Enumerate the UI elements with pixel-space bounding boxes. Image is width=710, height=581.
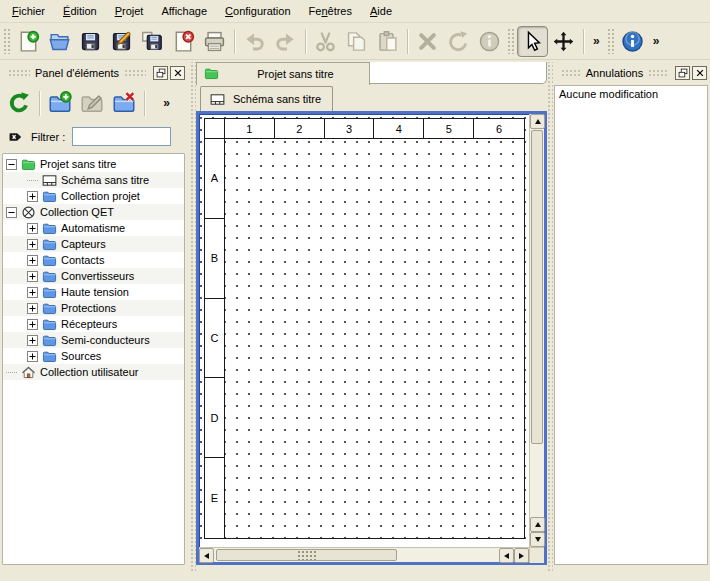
scroll-up-button-2[interactable] (530, 517, 545, 532)
open-document-button[interactable] (44, 26, 75, 57)
tree-item-haute-tension[interactable]: Haute tension (3, 284, 184, 300)
expand-icon[interactable] (27, 223, 38, 234)
expand-icon[interactable] (27, 287, 38, 298)
toolbar-extension-chevron[interactable]: » (158, 96, 175, 110)
toolbar-drag-handle[interactable] (3, 28, 10, 54)
scroll-up-button[interactable] (530, 114, 545, 129)
expand-icon[interactable] (27, 319, 38, 330)
tree-item-projet-sans-titre[interactable]: Projet sans titre (3, 156, 184, 172)
filter-label: Filtrer : (31, 131, 65, 143)
delete-category-button[interactable] (108, 87, 140, 119)
visualisation-mode-button[interactable] (548, 26, 579, 57)
tree-item-semi-conducteurs[interactable]: Semi-conducteurs (3, 332, 184, 348)
redo-button[interactable] (270, 26, 301, 57)
undo-titlebar[interactable]: Annulations (553, 63, 710, 83)
new-document-button[interactable] (13, 26, 44, 57)
menu-configuration[interactable]: Configuration (216, 0, 299, 22)
horizontal-scroll-thumb[interactable] (216, 549, 397, 561)
undo-history-list[interactable]: Aucune modification (554, 85, 708, 565)
tree-item-collection-projet[interactable]: Collection projet (3, 188, 184, 204)
tree-item-contacts[interactable]: Contacts (3, 252, 184, 268)
float-panel-button[interactable] (675, 66, 690, 80)
left-dock-splitter[interactable] (189, 62, 196, 571)
clear-filter-icon[interactable] (7, 130, 24, 144)
toolbar-extension-chevron[interactable]: » (648, 34, 665, 48)
tree-item-protections[interactable]: Protections (3, 300, 184, 316)
tree-item-label: Sources (61, 350, 101, 362)
expand-icon[interactable] (27, 271, 38, 282)
tree-item-capteurs[interactable]: Capteurs (3, 236, 184, 252)
dock-grip (8, 69, 30, 78)
tree-item-automatisme[interactable]: Automatisme (3, 220, 184, 236)
save-button[interactable] (75, 26, 106, 57)
close-panel-button[interactable] (170, 66, 185, 80)
diagram-scene[interactable]: 123456 ABCDE (199, 114, 529, 547)
copy-button[interactable] (341, 26, 372, 57)
save-as-button[interactable] (106, 26, 137, 57)
folder-green-icon (204, 66, 220, 81)
menu-affichage[interactable]: Affichage (152, 0, 216, 22)
expand-icon[interactable] (27, 303, 38, 314)
folder-blue-icon (42, 237, 57, 252)
save-all-button[interactable] (137, 26, 168, 57)
tree-item-label: Haute tension (61, 286, 129, 298)
rotate-button[interactable] (443, 26, 474, 57)
collapse-icon[interactable] (6, 207, 17, 218)
close-document-button[interactable] (168, 26, 199, 57)
expand-icon[interactable] (27, 351, 38, 362)
about-button[interactable] (617, 26, 648, 57)
toolbar-extension-chevron[interactable]: » (588, 34, 605, 48)
right-dock-splitter[interactable] (546, 62, 553, 571)
reload-collections-button[interactable] (3, 87, 35, 119)
element-info-button[interactable] (474, 26, 505, 57)
collapse-icon[interactable] (6, 159, 17, 170)
tree-item-collection-utilisateur[interactable]: Collection utilisateur (3, 364, 184, 380)
close-panel-button[interactable] (692, 66, 707, 80)
menu-aide[interactable]: Aide (361, 0, 401, 22)
horizontal-scroll-trough[interactable] (214, 548, 499, 562)
print-button[interactable] (199, 26, 230, 57)
vertical-scroll-thumb[interactable] (531, 130, 543, 444)
new-category-button[interactable] (44, 87, 76, 119)
tree-item-convertisseurs[interactable]: Convertisseurs (3, 268, 184, 284)
tree-item-recepteurs[interactable]: Récepteurs (3, 316, 184, 332)
project-tab[interactable]: Projet sans titre (196, 62, 370, 85)
menu-edition[interactable]: Édition (54, 0, 106, 22)
toolbar-drag-handle[interactable] (607, 28, 614, 54)
schema-tab[interactable]: Schéma sans titre (200, 86, 333, 111)
refresh-icon (7, 91, 31, 115)
cut-button[interactable] (310, 26, 341, 57)
menu-projet[interactable]: Projet (106, 0, 153, 22)
scroll-left-button-2[interactable] (499, 548, 514, 563)
elements-panel-titlebar[interactable]: Panel d'éléments (0, 63, 188, 83)
delete-button[interactable] (412, 26, 443, 57)
expand-icon[interactable] (27, 191, 38, 202)
tree-item-schema-sans-titre[interactable]: Schéma sans titre (3, 172, 184, 188)
expand-icon[interactable] (27, 335, 38, 346)
menu-fenetres[interactable]: Fenêtres (300, 0, 361, 22)
edit-category-button[interactable] (76, 87, 108, 119)
scroll-down-button[interactable] (530, 532, 545, 547)
selection-mode-button[interactable] (517, 26, 548, 57)
scroll-left-button[interactable] (199, 548, 214, 563)
grid-row-C: C (205, 299, 224, 379)
toolbar-drag-handle[interactable] (507, 28, 514, 54)
toolbar-separator (407, 29, 408, 54)
expand-icon[interactable] (27, 239, 38, 250)
expand-icon[interactable] (27, 255, 38, 266)
tree-item-label: Semi-conducteurs (61, 334, 150, 346)
scroll-right-button[interactable] (514, 548, 529, 563)
filter-input[interactable] (72, 127, 171, 146)
grid-row-D: D (205, 378, 224, 458)
undo-button[interactable] (239, 26, 270, 57)
tree-item-sources[interactable]: Sources (3, 348, 184, 364)
vertical-scrollbar[interactable] (529, 114, 544, 547)
float-panel-button[interactable] (153, 66, 168, 80)
project-tab-label: Projet sans titre (228, 68, 363, 80)
menu-fichier[interactable]: Fichier (3, 0, 54, 22)
tree-item-collection-qet[interactable]: Collection QET (3, 204, 184, 220)
vertical-scroll-trough[interactable] (530, 129, 544, 517)
paste-button[interactable] (372, 26, 403, 57)
horizontal-scrollbar[interactable] (199, 548, 529, 562)
diagram-border: 123456 ABCDE (204, 118, 525, 539)
